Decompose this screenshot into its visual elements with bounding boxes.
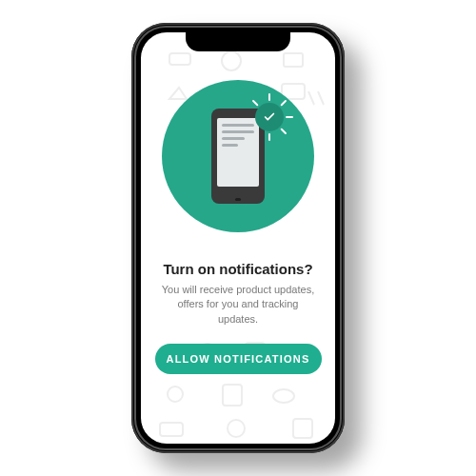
- prompt-title: Turn on notifications?: [163, 261, 312, 277]
- checkmark-badge-icon: [255, 103, 284, 131]
- prompt-body: You will receive product updates, offers…: [158, 283, 318, 327]
- hero-circle: [162, 80, 314, 232]
- phone-device-frame: Turn on notifications? You will receive …: [131, 23, 345, 453]
- phone-notch: [186, 32, 290, 51]
- phone-screen: Turn on notifications? You will receive …: [141, 32, 335, 444]
- allow-notifications-button[interactable]: ALLOW NOTIFICATIONS: [155, 344, 322, 374]
- notification-prompt: Turn on notifications? You will receive …: [141, 32, 335, 444]
